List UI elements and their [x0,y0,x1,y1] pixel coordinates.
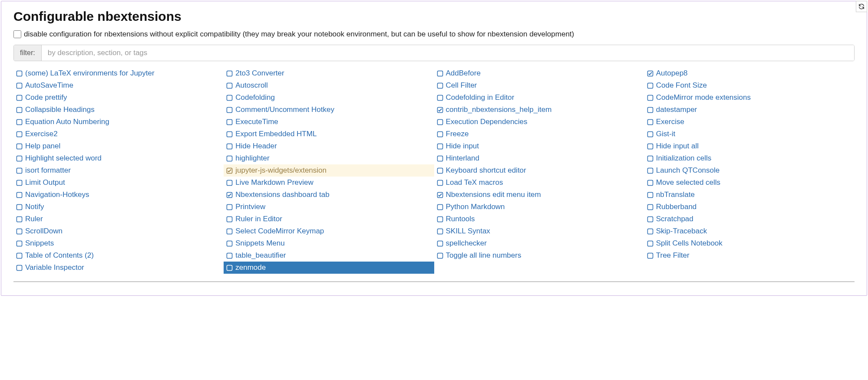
checkbox-checked-icon[interactable] [647,70,653,77]
checkbox-checked-icon[interactable] [226,167,233,174]
extension-item[interactable]: SKILL Syntax [434,225,644,237]
extension-item[interactable]: Skip-Traceback [644,225,855,237]
checkbox-unchecked-icon[interactable] [16,95,23,101]
extension-item[interactable]: Hide Header [224,140,434,152]
extension-item[interactable]: Code Font Size [644,79,855,92]
extension-item[interactable]: Snippets Menu [224,237,434,249]
checkbox-unchecked-icon[interactable] [647,252,653,259]
extension-item[interactable]: Autoscroll [224,79,434,92]
checkbox-unchecked-icon[interactable] [647,240,653,247]
checkbox-unchecked-icon[interactable] [226,252,233,259]
extension-item[interactable]: table_beautifier [224,249,434,262]
checkbox-unchecked-icon[interactable] [226,119,233,125]
extension-item[interactable]: Codefolding in Editor [434,92,644,104]
checkbox-unchecked-icon[interactable] [16,204,23,210]
extension-item[interactable]: Autopep8 [644,67,855,79]
checkbox-unchecked-icon[interactable] [16,70,23,77]
checkbox-checked-icon[interactable] [437,107,443,113]
extension-item[interactable]: Ruler in Editor [224,213,434,225]
extension-item[interactable]: AddBefore [434,67,644,79]
checkbox-unchecked-icon[interactable] [647,82,653,89]
checkbox-unchecked-icon[interactable] [16,82,23,89]
checkbox-unchecked-icon[interactable] [226,228,233,235]
checkbox-unchecked-icon[interactable] [16,143,23,150]
checkbox-unchecked-icon[interactable] [226,70,233,77]
checkbox-unchecked-icon[interactable] [226,265,233,271]
filter-input[interactable] [42,45,854,61]
extension-item[interactable]: CodeMirror mode extensions [644,92,855,104]
checkbox-unchecked-icon[interactable] [647,119,653,125]
extension-item[interactable]: nbTranslate [644,189,855,201]
extension-item[interactable]: ScrollDown [13,225,224,237]
checkbox-unchecked-icon[interactable] [16,119,23,125]
extension-item[interactable]: Hinterland [434,152,644,164]
checkbox-unchecked-icon[interactable] [226,107,233,113]
extension-item[interactable]: Limit Output [13,177,224,189]
checkbox-unchecked-icon[interactable] [437,119,443,125]
checkbox-unchecked-icon[interactable] [16,131,23,138]
checkbox-unchecked-icon[interactable] [437,252,443,259]
extension-item[interactable]: Gist-it [644,128,855,140]
checkbox-unchecked-icon[interactable] [226,216,233,223]
extension-item[interactable]: Launch QTConsole [644,164,855,177]
extension-item[interactable]: Nbextensions edit menu item [434,189,644,201]
extension-item[interactable]: Select CodeMirror Keymap [224,225,434,237]
checkbox-unchecked-icon[interactable] [437,82,443,89]
checkbox-unchecked-icon[interactable] [16,240,23,247]
extension-item[interactable]: jupyter-js-widgets/extension [224,164,434,177]
checkbox-unchecked-icon[interactable] [647,95,653,101]
extension-item[interactable]: Export Embedded HTML [224,128,434,140]
extension-item[interactable]: Execution Dependencies [434,116,644,128]
extension-item[interactable]: Hide input all [644,140,855,152]
checkbox-unchecked-icon[interactable] [226,204,233,210]
checkbox-unchecked-icon[interactable] [647,228,653,235]
checkbox-unchecked-icon[interactable] [437,155,443,162]
checkbox-unchecked-icon[interactable] [16,107,23,113]
checkbox-unchecked-icon[interactable] [16,180,23,186]
checkbox-checked-icon[interactable] [437,192,443,198]
extension-item[interactable]: Navigation-Hotkeys [13,189,224,201]
extension-item[interactable]: Runtools [434,213,644,225]
extension-item[interactable]: Freeze [434,128,644,140]
extension-item[interactable]: Hide input [434,140,644,152]
extension-item[interactable]: Code prettify [13,92,224,104]
checkbox-unchecked-icon[interactable] [226,82,233,89]
checkbox-unchecked-icon[interactable] [16,252,23,259]
extension-item[interactable]: Initialization cells [644,152,855,164]
checkbox-unchecked-icon[interactable] [16,265,23,271]
extension-item[interactable]: contrib_nbextensions_help_item [434,104,644,116]
extension-item[interactable]: Nbextensions dashboard tab [224,189,434,201]
extension-item[interactable]: Python Markdown [434,201,644,213]
extension-item[interactable]: ExecuteTime [224,116,434,128]
refresh-button[interactable] [856,1,867,12]
extension-item[interactable]: Help panel [13,140,224,152]
extension-item[interactable]: Exercise2 [13,128,224,140]
extension-item[interactable]: Scratchpad [644,213,855,225]
checkbox-unchecked-icon[interactable] [226,180,233,186]
checkbox-unchecked-icon[interactable] [226,155,233,162]
extension-item[interactable]: Keyboard shortcut editor [434,164,644,177]
checkbox-unchecked-icon[interactable] [647,204,653,210]
extension-item[interactable]: highlighter [224,152,434,164]
extension-item[interactable]: Printview [224,201,434,213]
extension-item[interactable]: Snippets [13,237,224,249]
checkbox-unchecked-icon[interactable] [437,167,443,174]
checkbox-unchecked-icon[interactable] [16,167,23,174]
extension-item[interactable]: datestamper [644,104,855,116]
checkbox-unchecked-icon[interactable] [647,216,653,223]
checkbox-unchecked-icon[interactable] [226,95,233,101]
checkbox-unchecked-icon[interactable] [226,143,233,150]
checkbox-unchecked-icon[interactable] [16,228,23,235]
extension-item[interactable]: AutoSaveTime [13,79,224,92]
checkbox-checked-icon[interactable] [226,192,233,198]
extension-item[interactable]: Live Markdown Preview [224,177,434,189]
extension-item[interactable]: Ruler [13,213,224,225]
checkbox-unchecked-icon[interactable] [647,192,653,198]
checkbox-unchecked-icon[interactable] [437,131,443,138]
extension-item[interactable]: Exercise [644,116,855,128]
checkbox-unchecked-icon[interactable] [437,95,443,101]
extension-item[interactable]: Codefolding [224,92,434,104]
extension-item[interactable]: (some) LaTeX environments for Jupyter [13,67,224,79]
checkbox-unchecked-icon[interactable] [647,167,653,174]
extension-item[interactable]: isort formatter [13,164,224,177]
